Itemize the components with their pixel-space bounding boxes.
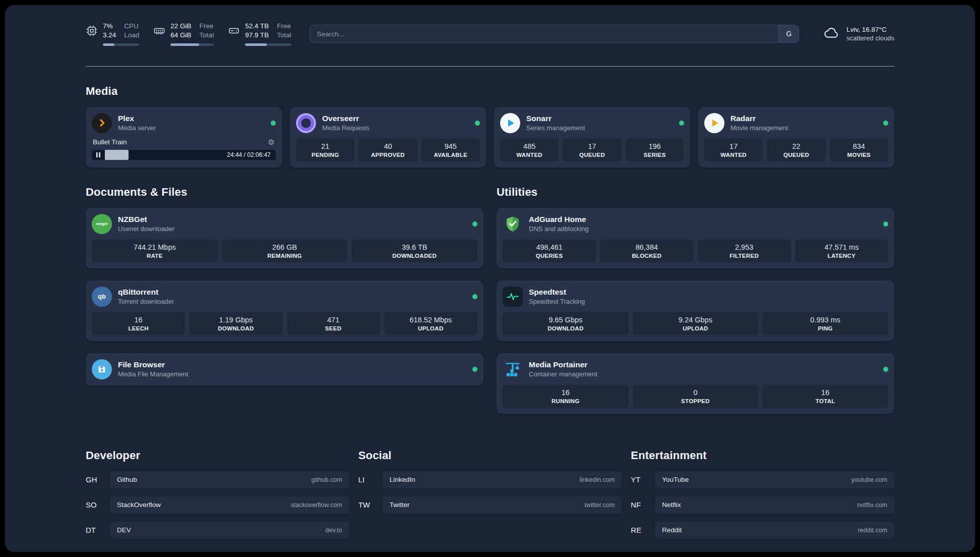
bookmark-abbr: DT [86,526,110,534]
bookmark-item[interactable]: TWTwittertwitter.com [358,496,622,514]
bookmark-abbr: SO [86,500,110,509]
status-dot [472,221,477,227]
portainer-icon [503,359,523,379]
stat-value: 618.52 Mbps [386,316,475,324]
stat-tile: 39.6 TBDOWNLOADED [351,239,477,262]
bookmark-link[interactable]: LinkedInlinkedin.com [383,471,622,488]
disk-free-label: Free [277,22,291,31]
bookmark-link[interactable]: StackOverflowstackoverflow.com [110,496,349,514]
stat-tile: 21PENDING [296,138,354,161]
stat-label: FILTERED [700,253,789,259]
bookmark-link[interactable]: Twittertwitter.com [383,496,622,514]
stat-label: PING [764,325,886,331]
status-dot [271,121,276,126]
cpu-progress-bar [103,43,139,46]
stat-value: 266 GB [224,243,346,251]
stat-tile: 266 GBREMAINING [222,239,348,262]
disk-progress-bar [245,43,291,46]
bookmark-link[interactable]: DEVdev.to [110,522,349,539]
stat-value: 16 [764,388,886,397]
bookmark-item[interactable]: GHGithubgithub.com [86,471,349,488]
now-playing-title: Bullet Train [93,138,127,146]
weather-condition: scattered clouds [846,34,894,42]
bookmark-name: Reddit [662,526,682,534]
gear-icon[interactable]: ⚙ [268,138,275,146]
stat-value: 16 [94,316,183,324]
search-input[interactable] [310,25,779,42]
bookmark-group-entertainment: Entertainment YTYouTubeyoutube.comNFNetf… [631,449,894,547]
bookmark-item[interactable]: SOStackOverflowstackoverflow.com [86,496,349,514]
cpu-usage-value: 7% [103,22,116,31]
bookmark-domain: twitter.com [585,502,615,509]
service-card-plex[interactable]: Plex Media server Bullet Train ⚙ 24:44 /… [86,107,282,168]
stat-value: 0 [635,388,757,397]
stat-value: 2,953 [700,243,789,251]
service-card-radarr[interactable]: Radarr Movie management 17WANTED22QUEUED… [698,107,894,168]
service-desc: Usenet downloader [118,225,174,233]
stat-label: RUNNING [505,398,627,404]
bookmark-link[interactable]: Githubgithub.com [110,471,349,488]
stat-value: 17 [565,142,619,150]
stat-tile: 9.24 GbpsUPLOAD [633,312,759,335]
service-name: File Browser [118,360,188,369]
bookmark-item[interactable]: YTYouTubeyoutube.com [631,471,894,488]
stat-row: 16RUNNING0STOPPED16TOTAL [503,384,888,408]
service-card-portainer[interactable]: Media Portainer Container management 16R… [497,353,894,414]
status-dot [679,121,684,126]
bookmark-abbr: TW [358,500,383,509]
memory-progress-bar [170,43,214,46]
bookmark-link[interactable]: Netflixnetflix.com [655,496,894,514]
stat-label: RATE [94,253,216,259]
stat-value: 21 [298,142,352,150]
bookmark-link[interactable]: YouTubeyoutube.com [655,471,894,488]
service-card-overseerr[interactable]: Overseerr Media Requests 21PENDING40APPR… [290,107,486,168]
bookmark-item[interactable]: DTDEVdev.to [86,522,349,539]
service-desc: Movie management [730,124,788,132]
pause-icon[interactable] [92,152,105,157]
stat-label: LEECH [94,325,183,331]
bookmark-name: Twitter [390,501,410,509]
stat-row: 744.21 MbpsRATE266 GBREMAINING39.6 TBDOW… [92,239,477,262]
stat-label: QUEUED [769,152,823,158]
bookmark-item[interactable]: LILinkedInlinkedin.com [358,471,622,488]
overseerr-icon [296,113,316,133]
stat-label: QUERIES [505,253,594,259]
playback-progress-bar[interactable]: 24:44 / 02:06:47 [92,150,276,160]
service-card-nzbget[interactable]: nzbget NZBGet Usenet downloader 744.21 M… [86,208,483,268]
service-card-sonarr[interactable]: Sonarr Series management 485WANTED17QUEU… [494,107,690,168]
service-card-qbittorrent[interactable]: qb qBittorrent Torrent downloader 16LEEC… [86,281,483,341]
search-provider-button[interactable]: G [778,25,799,42]
playback-progress-fill [105,150,129,160]
stat-value: 39.6 TB [353,243,475,251]
service-name: qBittorrent [118,288,174,297]
stat-tile: 86,384BLOCKED [600,239,693,262]
status-dot [883,221,888,227]
service-card-filebrowser[interactable]: File Browser Media File Management [86,353,483,385]
bookmark-link[interactable]: Redditreddit.com [655,522,894,539]
stat-tile: 196SERIES [626,138,684,161]
search-bar[interactable]: G [310,25,800,43]
stat-value: 485 [502,142,557,150]
stat-label: SERIES [628,152,682,158]
stat-label: BLOCKED [602,253,691,259]
playback-time: 24:44 / 02:06:47 [227,150,271,160]
stat-row: 16LEECH1.19 GbpsDOWNLOAD471SEED618.52 Mb… [92,312,477,335]
stat-label: AVAILABLE [423,152,478,158]
speedtest-icon [503,287,523,307]
service-desc: Speedtest Tracking [529,298,585,305]
radarr-icon [704,113,724,133]
disk-icon [228,25,240,37]
disk-widget: 52.4 TB Free 97.9 TB Total [228,22,291,46]
cpu-load-value: 3.24 [103,31,116,40]
service-card-adguard[interactable]: AdGuard Home DNS and adblocking 498,461Q… [497,208,894,268]
stat-tile: 498,461QUERIES [503,239,596,262]
cpu-icon [86,25,98,37]
service-card-speedtest[interactable]: Speedtest Speedtest Tracking 9.65 GbpsDO… [497,281,894,341]
bookmark-item[interactable]: NFNetflixnetflix.com [631,496,894,514]
plex-icon [92,113,112,133]
bookmark-item[interactable]: RERedditreddit.com [631,522,894,539]
memory-total-label: Total [200,31,214,40]
stat-tile: 40APPROVED [358,138,417,161]
stat-value: 196 [628,142,682,150]
stat-row: 17WANTED22QUEUED834MOVIES [704,138,888,161]
